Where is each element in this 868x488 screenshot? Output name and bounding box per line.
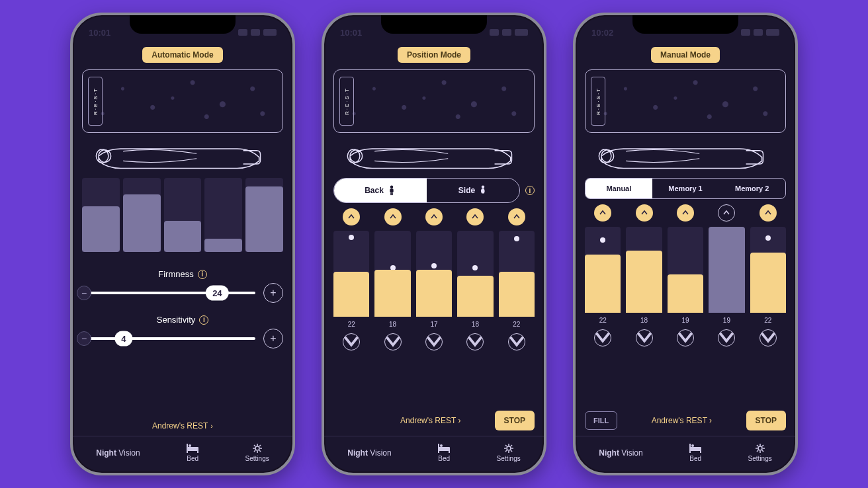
firmness-slider[interactable]: − 24	[82, 292, 255, 294]
zone-down-button[interactable]	[466, 333, 484, 350]
info-icon[interactable]: i	[525, 186, 535, 195]
status-icons	[490, 29, 528, 36]
zone-1	[82, 178, 120, 252]
segment-memory2[interactable]: Memory 2	[718, 179, 785, 198]
minus-icon[interactable]: −	[77, 331, 91, 346]
info-icon[interactable]: i	[199, 315, 208, 325]
firmness-plus-button[interactable]: +	[263, 283, 283, 303]
tab-bed[interactable]: Bed	[187, 444, 198, 462]
memory-segmented[interactable]: Manual Memory 1 Memory 2	[585, 178, 786, 199]
zone-up-button[interactable]	[384, 208, 402, 225]
sensitivity-plus-button[interactable]: +	[263, 329, 283, 348]
rest-badge: R·E·S·T	[339, 77, 354, 126]
tab-nightvision[interactable]: Night Vision	[347, 448, 391, 458]
zone-up-button[interactable]	[466, 208, 484, 225]
zone-up-button[interactable]	[343, 208, 360, 225]
firmness-label: Firmness	[158, 269, 193, 279]
profile-link[interactable]: Andrew's REST ›	[652, 416, 712, 425]
zone-up-row	[333, 208, 535, 225]
zone-bar[interactable]	[709, 227, 744, 313]
body-figure	[82, 138, 283, 174]
zone-bar[interactable]	[626, 227, 662, 313]
segment-side[interactable]: Side	[427, 179, 519, 202]
zone-value: 22	[585, 317, 621, 324]
mattress-stars-panel: R·E·S·T	[82, 69, 283, 133]
zone-value: 19	[668, 317, 703, 324]
minus-icon[interactable]: −	[77, 286, 91, 300]
zone-bar[interactable]	[374, 231, 410, 317]
zone-bars	[333, 231, 535, 317]
tab-bed[interactable]: Bed	[438, 444, 450, 462]
notch	[381, 15, 487, 34]
zone-up-button[interactable]	[594, 204, 611, 222]
position-segmented[interactable]: Back Side	[333, 178, 520, 203]
chevron-down-icon	[595, 330, 611, 346]
gear-icon	[251, 444, 263, 453]
zone-up-button[interactable]	[508, 208, 525, 225]
zone-value: 18	[457, 321, 493, 328]
zone-2	[123, 178, 161, 252]
zone-value: 19	[709, 317, 744, 324]
tab-settings[interactable]: Settings	[748, 444, 772, 462]
status-time: 10:02	[591, 28, 613, 38]
body-figure	[333, 138, 535, 174]
zone-bar[interactable]	[499, 231, 535, 317]
sensitivity-slider[interactable]: − 4	[82, 337, 255, 340]
zone-bar[interactable]	[750, 227, 786, 313]
zone-down-button[interactable]	[636, 329, 653, 346]
mattress-stars-panel: R·E·S·T	[585, 69, 786, 133]
profile-link[interactable]: Andrew's REST›	[82, 412, 283, 436]
segment-memory1[interactable]: Memory 1	[652, 179, 719, 198]
tab-bar: Night Vision Bed Settings	[73, 436, 292, 473]
stop-button[interactable]: STOP	[495, 411, 535, 430]
tab-bed[interactable]: Bed	[689, 444, 701, 462]
firmness-value[interactable]: 24	[206, 286, 228, 301]
person-back-icon	[387, 185, 396, 196]
segment-back[interactable]: Back	[334, 179, 427, 202]
mode-chip[interactable]: Automatic Mode	[142, 47, 222, 63]
mode-chip[interactable]: Manual Mode	[651, 47, 720, 63]
zone-down-row	[585, 329, 786, 346]
status-icons	[238, 29, 277, 36]
zone-down-button[interactable]	[677, 329, 694, 346]
zone-down-button[interactable]	[718, 329, 735, 346]
segment-manual[interactable]: Manual	[586, 179, 652, 198]
zone-up-button[interactable]	[760, 204, 777, 222]
zone-up-button[interactable]	[425, 208, 443, 225]
mode-chip[interactable]: Position Mode	[398, 47, 470, 63]
zone-bar[interactable]	[668, 227, 703, 313]
zone-down-button[interactable]	[425, 333, 443, 350]
zone-3	[164, 178, 202, 252]
zone-down-button[interactable]	[508, 333, 525, 350]
zone-bar[interactable]	[585, 227, 621, 313]
info-icon[interactable]: i	[198, 270, 207, 279]
rest-badge: R·E·S·T	[591, 77, 605, 126]
tab-settings[interactable]: Settings	[497, 444, 521, 462]
profile-link[interactable]: Andrew's REST ›	[400, 416, 460, 425]
zone-value: 22	[499, 321, 535, 328]
rest-badge: R·E·S·T	[88, 77, 103, 126]
zone-down-button[interactable]	[594, 329, 611, 346]
zone-value: 17	[416, 321, 452, 328]
zone-down-row	[333, 333, 535, 350]
tab-nightvision[interactable]: Night Vision	[599, 448, 642, 458]
stop-button[interactable]: STOP	[746, 411, 786, 430]
zone-down-button[interactable]	[384, 333, 402, 350]
fill-button[interactable]: FILL	[585, 411, 617, 430]
zone-down-button[interactable]	[760, 329, 777, 346]
notch	[632, 15, 738, 34]
zone-value: 22	[333, 321, 369, 328]
zone-bar[interactable]	[457, 231, 493, 317]
zone-bar[interactable]	[333, 231, 369, 317]
tab-bar: Night Vision Bed Settings	[576, 436, 795, 473]
zone-down-button[interactable]	[343, 333, 360, 350]
zone-up-button[interactable]	[718, 204, 735, 222]
zone-value: 18	[626, 317, 662, 324]
sensitivity-value[interactable]: 4	[114, 331, 132, 346]
zone-up-button[interactable]	[677, 204, 694, 222]
status-time: 10:01	[340, 28, 362, 38]
zone-up-button[interactable]	[636, 204, 653, 222]
zone-bar[interactable]	[416, 231, 452, 317]
tab-settings[interactable]: Settings	[245, 444, 269, 462]
tab-nightvision[interactable]: Night Vision	[96, 448, 140, 458]
